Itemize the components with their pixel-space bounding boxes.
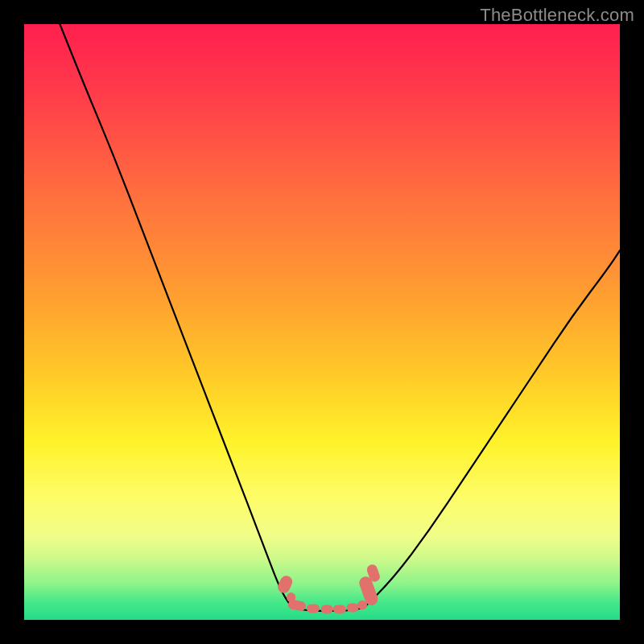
chart-stage: TheBottleneck.com bbox=[0, 0, 644, 644]
valley-marker bbox=[307, 604, 320, 613]
curve-layer bbox=[24, 24, 620, 620]
valley-marker bbox=[333, 605, 346, 613]
watermark-text: TheBottleneck.com bbox=[480, 5, 634, 26]
plot-area bbox=[24, 24, 620, 620]
valley-marker bbox=[321, 605, 333, 613]
bottleneck-curve bbox=[60, 24, 620, 611]
